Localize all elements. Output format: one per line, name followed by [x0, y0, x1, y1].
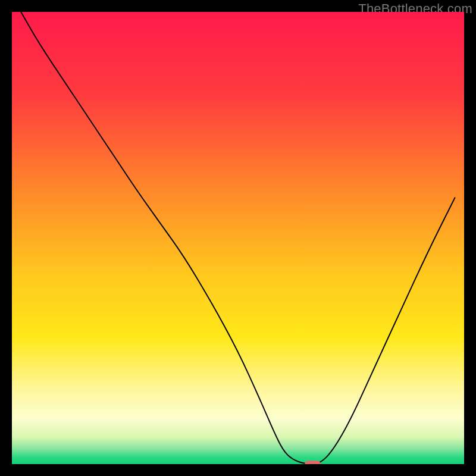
optimal-point-marker [305, 461, 321, 464]
chart-frame: TheBottleneck.com [0, 0, 476, 476]
gradient-background [12, 12, 464, 464]
plot-area [12, 12, 464, 464]
bottleneck-chart [12, 12, 464, 464]
